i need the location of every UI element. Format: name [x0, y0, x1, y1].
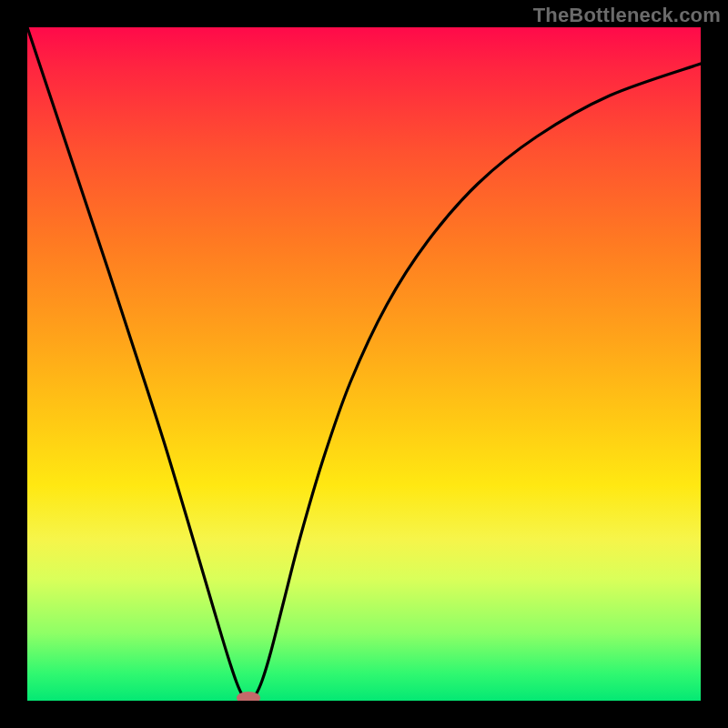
bottleneck-curve	[27, 27, 701, 701]
plot-area	[27, 27, 701, 701]
chart-frame: TheBottleneck.com	[0, 0, 728, 728]
watermark-label: TheBottleneck.com	[533, 4, 721, 27]
curve-svg	[27, 27, 701, 701]
